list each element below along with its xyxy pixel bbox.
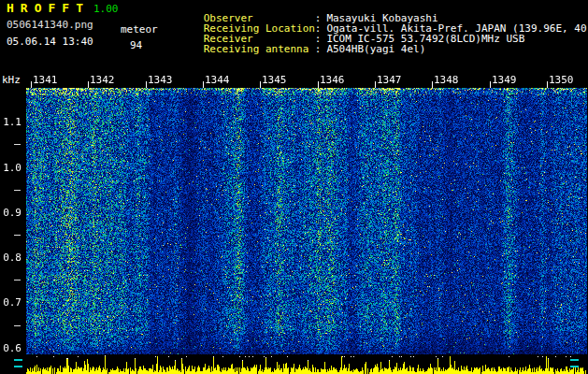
time-tick (375, 81, 376, 88)
time-tick-label: 1348 (434, 74, 459, 86)
freq-minor-tick (14, 280, 21, 280)
time-tick (146, 81, 147, 88)
output-filename: 0506141340.png (7, 20, 93, 31)
strip-scale-tick (570, 359, 579, 361)
freq-tick-label: 1.0 (0, 162, 22, 174)
freq-minor-tick (14, 144, 21, 145)
info-label: Receiving antenna (204, 44, 315, 54)
time-tick (547, 81, 548, 88)
signal-level-strip (26, 355, 587, 374)
time-tick-label: 1345 (262, 74, 287, 86)
freq-minor-tick (14, 235, 21, 236)
time-tick (490, 81, 491, 88)
time-tick (432, 81, 433, 88)
hrofft-window: HROFFT 1.00 0506141340.png meteor 05.06.… (0, 0, 588, 374)
strip-scale-tick (14, 359, 22, 361)
strip-scale-tick (570, 366, 579, 367)
time-tick (260, 81, 261, 88)
datetime-label: 05.06.14 13:40 (7, 36, 93, 48)
freq-tick-label: 1.1 (0, 116, 22, 128)
freq-minor-tick (14, 325, 21, 326)
time-tick-label: 1347 (377, 74, 402, 86)
time-tick-label: 1341 (33, 74, 58, 86)
spectrogram-canvas (26, 88, 587, 354)
time-tick-label: 1349 (492, 74, 517, 86)
time-tick-label: 1343 (148, 74, 173, 86)
freq-minor-tick (14, 190, 21, 191)
info-value: A504HB(yagi 4el) (326, 43, 425, 55)
freq-tick-label: 0.7 (0, 296, 22, 309)
time-tick-label: 1350 (549, 74, 574, 86)
strip-scale-tick (14, 366, 22, 367)
time-tick (31, 81, 32, 88)
mode-label: meteor (121, 24, 158, 36)
freq-tick-label: 0.6 (0, 342, 22, 354)
time-tick (203, 81, 204, 88)
info-separator: : (315, 43, 327, 55)
freq-tick-label: 0.9 (0, 207, 22, 219)
freq-tick-label: 0.8 (0, 252, 22, 264)
app-version: 1.00 (93, 4, 119, 15)
time-tick (88, 81, 89, 88)
time-tick-label: 1342 (90, 74, 115, 86)
app-title: HROFFT (7, 3, 90, 14)
station-info-block: Observer:Masayuki Kobayashi Receiving Lo… (166, 3, 588, 44)
time-tick-label: 1344 (205, 74, 230, 86)
y-axis-unit-label: kHz (2, 75, 21, 86)
time-tick-label: 1346 (320, 74, 345, 86)
time-tick (318, 81, 319, 88)
echo-count: 94 (130, 40, 142, 51)
info-row-observer: Observer:Masayuki Kobayashi (166, 3, 588, 13)
